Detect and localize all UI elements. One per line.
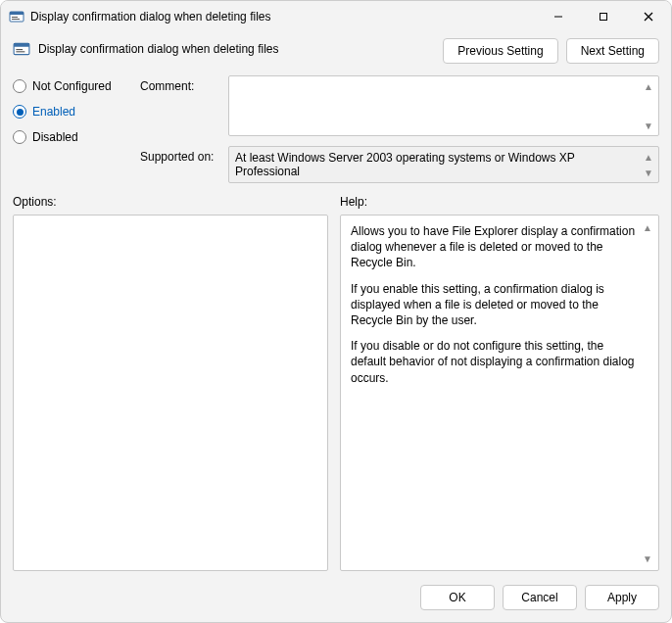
policy-editor-window: Display confirmation dialog when deletin… — [0, 0, 672, 623]
content-area: Display confirmation dialog when deletin… — [1, 32, 671, 622]
scroll-down-icon[interactable]: ▼ — [641, 118, 656, 133]
comment-textarea[interactable]: ▲ ▼ — [228, 75, 659, 136]
titlebar: Display confirmation dialog when deletin… — [1, 1, 671, 32]
options-label: Options: — [13, 195, 328, 209]
minimize-button[interactable] — [536, 1, 581, 32]
help-label: Help: — [340, 195, 659, 209]
radio-enabled[interactable]: Enabled — [13, 105, 128, 119]
scroll-up-icon[interactable]: ▲ — [641, 78, 656, 94]
options-panel — [13, 215, 328, 571]
nav-buttons: Previous Setting Next Setting — [13, 38, 659, 64]
scroll-up-icon[interactable]: ▲ — [641, 149, 656, 165]
help-panel: Allows you to have File Explorer display… — [340, 215, 659, 571]
dialog-footer: OK Cancel Apply — [13, 577, 659, 610]
svg-rect-5 — [600, 14, 607, 21]
svg-rect-1 — [10, 12, 24, 15]
help-paragraph: Allows you to have File Explorer display… — [351, 223, 639, 271]
upper-section: Not Configured Enabled Disabled Comment:… — [13, 75, 659, 183]
fields-section: Comment: ▲ ▼ Supported on: At least Wind… — [140, 75, 659, 183]
state-radio-group: Not Configured Enabled Disabled — [13, 75, 128, 183]
radio-disabled[interactable]: Disabled — [13, 130, 128, 144]
previous-setting-button[interactable]: Previous Setting — [443, 38, 557, 64]
panels-section: Allows you to have File Explorer display… — [13, 215, 659, 571]
help-paragraph: If you enable this setting, a confirmati… — [351, 281, 639, 329]
radio-label: Enabled — [32, 105, 75, 119]
next-setting-button[interactable]: Next Setting — [566, 38, 659, 64]
supported-row: Supported on: At least Windows Server 20… — [140, 146, 659, 183]
cancel-button[interactable]: Cancel — [503, 585, 577, 610]
svg-rect-3 — [12, 19, 20, 20]
close-button[interactable] — [626, 1, 671, 32]
svg-rect-2 — [12, 17, 18, 18]
supported-label: Supported on: — [140, 146, 218, 183]
supported-on-text: At least Windows Server 2003 operating s… — [228, 146, 659, 183]
window-title: Display confirmation dialog when deletin… — [30, 10, 270, 24]
help-paragraph: If you disable or do not configure this … — [351, 338, 639, 386]
comment-row: Comment: ▲ ▼ — [140, 75, 659, 136]
scroll-up-icon[interactable]: ▲ — [640, 219, 655, 235]
radio-label: Disabled — [32, 130, 78, 144]
scroll-down-icon[interactable]: ▼ — [640, 551, 655, 566]
radio-dot-icon — [13, 130, 26, 144]
policy-icon — [9, 9, 24, 24]
panel-labels: Options: Help: — [13, 195, 659, 209]
ok-button[interactable]: OK — [420, 585, 495, 610]
comment-label: Comment: — [140, 75, 218, 136]
radio-dot-icon — [13, 105, 26, 119]
scroll-down-icon[interactable]: ▼ — [641, 165, 656, 180]
apply-button[interactable]: Apply — [585, 585, 659, 610]
supported-value: At least Windows Server 2003 operating s… — [235, 151, 575, 178]
radio-label: Not Configured — [32, 79, 112, 93]
radio-dot-icon — [13, 79, 26, 93]
maximize-button[interactable] — [581, 1, 626, 32]
radio-not-configured[interactable]: Not Configured — [13, 79, 128, 93]
